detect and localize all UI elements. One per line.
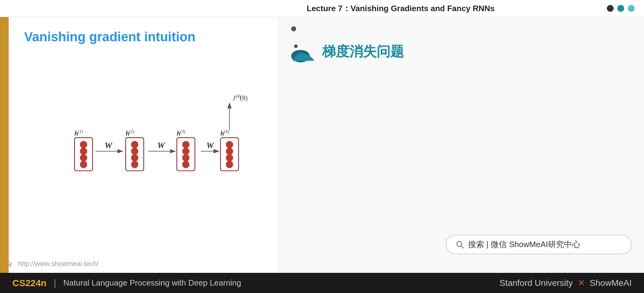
svg-point-33 <box>226 141 233 148</box>
svg-text:h: h <box>125 130 129 137</box>
svg-text:(θ): (θ) <box>240 94 247 101</box>
svg-text:J: J <box>232 94 236 101</box>
svg-point-14 <box>80 154 87 161</box>
bottom-bar: CS224n | Natural Language Processing wit… <box>0 273 644 293</box>
svg-point-27 <box>182 148 189 155</box>
slide-panel: Vanishing gradient intuition J (4) (θ) <box>0 17 279 273</box>
lecture-title: Lecture 7：Vanishing Gradients and Fancy … <box>9 3 495 14</box>
bottom-right: Stanford University ✕ ShowMeAI <box>499 278 632 288</box>
x-symbol: ✕ <box>578 278 587 288</box>
svg-point-22 <box>131 161 138 168</box>
svg-line-42 <box>461 246 464 248</box>
svg-point-13 <box>80 148 87 155</box>
svg-text:W: W <box>104 141 112 150</box>
teal-graphic <box>291 41 316 62</box>
footer-url: http://www.showmeai.tech/ <box>18 260 99 268</box>
svg-text:h: h <box>220 130 224 137</box>
svg-text:W: W <box>157 141 165 150</box>
nav-dot-1[interactable] <box>607 5 614 12</box>
slide-content: Vanishing gradient intuition J (4) (θ) <box>9 17 278 255</box>
svg-point-20 <box>131 148 138 155</box>
svg-point-35 <box>226 154 233 161</box>
slide-footer: http://www.showmeai.tech/ <box>0 255 278 273</box>
svg-point-15 <box>80 161 87 168</box>
main-content: Vanishing gradient intuition J (4) (θ) <box>0 17 644 273</box>
svg-point-12 <box>80 141 87 148</box>
nav-dot-3[interactable] <box>628 5 635 12</box>
svg-point-19 <box>131 141 138 148</box>
search-bar[interactable]: 搜索 | 微信 ShowMeAI研究中心 <box>446 235 632 254</box>
svg-point-29 <box>182 161 189 168</box>
svg-text:h: h <box>177 130 180 137</box>
chinese-title: 梯度消失问题 <box>322 42 404 61</box>
svg-text:(3): (3) <box>180 129 185 134</box>
svg-text:(1): (1) <box>78 129 83 134</box>
svg-point-36 <box>226 161 233 168</box>
slide-title: Vanishing gradient intuition <box>24 29 263 44</box>
course-subtitle: Natural Language Processing with Deep Le… <box>64 278 241 288</box>
svg-point-28 <box>182 154 189 161</box>
stanford-text: Stanford University <box>499 278 573 288</box>
svg-text:(2): (2) <box>129 129 134 134</box>
right-panel: 梯度消失问题 搜索 | 微信 ShowMeAI研究中心 <box>279 17 644 273</box>
diagram-area: J (4) (θ) W <box>24 54 263 242</box>
svg-point-26 <box>182 141 189 148</box>
showmeai-brand: ShowMeAI <box>590 278 632 288</box>
svg-point-41 <box>457 241 462 246</box>
svg-text:h: h <box>74 130 78 137</box>
chinese-title-card: 梯度消失问题 <box>291 41 632 62</box>
svg-point-34 <box>226 148 233 155</box>
course-code: CS224n <box>12 278 46 288</box>
svg-text:(4): (4) <box>224 129 229 134</box>
nav-dots <box>607 5 635 12</box>
top-header: Lecture 7：Vanishing Gradients and Fancy … <box>0 0 644 17</box>
neural-network-diagram: J (4) (θ) W <box>38 86 249 210</box>
search-icon <box>456 240 464 249</box>
search-placeholder: 搜索 | 微信 ShowMeAI研究中心 <box>468 239 580 250</box>
svg-point-40 <box>294 44 298 48</box>
slide-orange-bar <box>0 17 9 273</box>
bottom-divider: | <box>51 278 59 288</box>
nav-dot-2[interactable] <box>617 5 624 12</box>
svg-point-21 <box>131 154 138 161</box>
bottom-left: CS224n | Natural Language Processing wit… <box>12 278 241 288</box>
small-dot <box>291 26 296 31</box>
svg-text:W: W <box>206 141 214 150</box>
